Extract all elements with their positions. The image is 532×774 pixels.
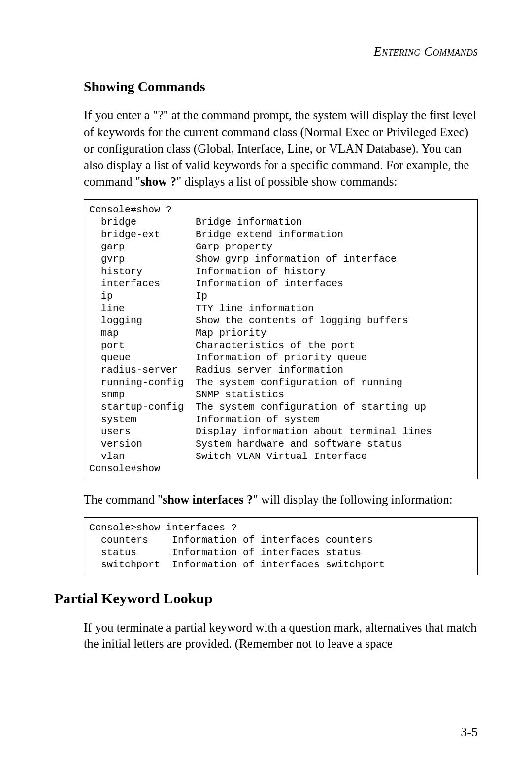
inline-cmd-show: show ?: [140, 175, 176, 188]
para-interfaces-before: The command ": [84, 493, 163, 506]
para-intro-text-after: " displays a list of possible show comma…: [176, 175, 397, 188]
para-interfaces: The command "show interfaces ?" will dis…: [84, 492, 478, 508]
para-partial-keyword: If you terminate a partial keyword with …: [84, 619, 478, 653]
page: Entering Commands Showing Commands If yo…: [0, 0, 532, 774]
page-number: 3-5: [461, 725, 478, 739]
para-interfaces-after: " will display the following information…: [253, 493, 452, 506]
heading-partial-keyword: Partial Keyword Lookup: [54, 590, 478, 607]
code-block-show: Console#show ? bridge Bridge information…: [84, 199, 478, 479]
heading-showing-commands: Showing Commands: [84, 79, 478, 95]
code-block-interfaces: Console>show interfaces ? counters Infor…: [84, 517, 478, 575]
running-header: Entering Commands: [54, 44, 478, 59]
inline-cmd-show-interfaces: show interfaces ?: [163, 493, 253, 506]
para-intro: If you enter a "?" at the command prompt…: [84, 107, 478, 190]
